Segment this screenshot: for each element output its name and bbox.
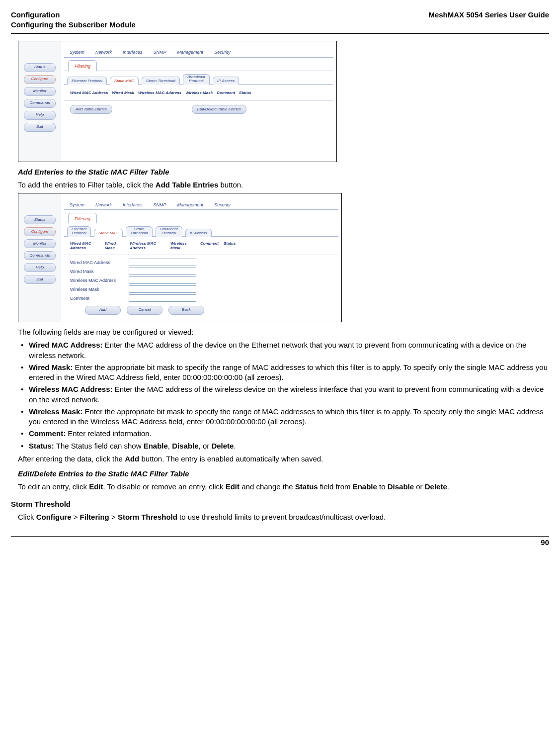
subtab-static-mac[interactable]: Static MAC [94,229,123,237]
col-wireless-mask: Wireless Mask [185,91,213,96]
sidebar-item-monitor[interactable]: Monitor [24,87,56,96]
sidebar-item-status[interactable]: Status [24,63,56,72]
sidebar-item-status[interactable]: Status [24,215,56,224]
screenshot-static-mac-add: Status Configure Monitor Commands Help E… [18,193,342,322]
sidebar-item-configure[interactable]: Configure [24,75,56,84]
top-tabs: System Network Interfaces SNMP Managemen… [64,195,338,210]
para-storm: Click Configure > Filtering > Storm Thre… [18,512,549,522]
para-edit-delete: To edit an entry, click Edit. To disable… [18,482,549,492]
sidebar-item-exit[interactable]: Exit [24,123,56,132]
col-wired-mac: Wired MACAddress [70,242,100,251]
bullet-wireless-mac: Wireless MAC Address: Enter the MAC addr… [18,384,549,405]
para-add-entries: To add the entries to Filter table, clic… [18,180,549,190]
col-status: Status [239,91,251,96]
storm-threshold-head: Storm Threshold [11,499,549,509]
tab-network[interactable]: Network [90,46,117,57]
tab-filtering[interactable]: Filtering [68,60,97,71]
tab-snmp[interactable]: SNMP [148,46,172,57]
sidebar: Status Configure Monitor Commands Help E… [18,193,61,322]
header-title: Configuration [11,10,60,19]
subtab-ethernet-protocol[interactable]: Ethernet Protocol [67,77,107,85]
header-rule [11,33,549,34]
subtab-broadcast-protocol[interactable]: BroadcastProtocol [183,74,210,85]
col-wireless-mac: Wireless MACAddress [130,242,165,251]
tab-filtering[interactable]: Filtering [68,213,97,223]
sub-tabs: Ethernet Protocol Static MAC Storm Thres… [64,71,333,85]
tab-interfaces[interactable]: Interfaces [117,198,148,210]
table-headers: Wired MAC Address Wired Mask Wireless MA… [64,85,333,101]
input-wireless-mask[interactable] [129,285,196,293]
label-wireless-mask: Wireless Mask [70,286,129,292]
header-left: Configuration Configuring the Subscriber… [11,10,136,30]
add-button[interactable]: Add [85,306,121,315]
header-right: MeshMAX 5054 Series User Guide [428,10,549,30]
subtab-storm-threshold[interactable]: Storm Threshold [142,77,180,85]
add-form: Wired MAC Address Wired Mask Wireless MA… [64,255,338,317]
sidebar-item-configure[interactable]: Configure [24,227,56,236]
section-add-entries-head: Add Enteries to the Static MAC Filter Ta… [18,167,549,177]
col-comment: Comment [217,91,235,96]
second-tab-row: Filtering [64,210,338,223]
label-wired-mask: Wired Mask [70,269,129,274]
sidebar-item-help[interactable]: Help [24,263,56,272]
add-table-entries-button[interactable]: Add Table Entries [70,105,112,114]
bullet-status: Status: The Status field can show Enable… [18,441,549,451]
screenshot-static-mac-list: Status Configure Monitor Commands Help E… [18,41,337,162]
subtab-storm-threshold[interactable]: StormThreshold [126,226,153,237]
bullet-wireless-mask: Wireless Mask: Enter the appropriate bit… [18,407,549,427]
tab-security[interactable]: Security [209,198,236,210]
tab-snmp[interactable]: SNMP [148,198,172,210]
page-header: Configuration Configuring the Subscriber… [11,10,549,30]
para-after-add: After entering the data, click the Add b… [18,454,549,464]
page-number: 90 [11,538,549,548]
second-tab-row: Filtering [64,58,333,71]
col-wireless-mac: Wireless MAC Address [138,91,181,96]
footer-rule [11,536,549,537]
header-subtitle: Configuring the Subscriber Module [11,20,136,29]
tab-management[interactable]: Management [172,198,209,210]
sidebar-item-exit[interactable]: Exit [24,275,56,284]
tab-security[interactable]: Security [209,46,236,57]
para-fields-intro: The following fields are may be configur… [18,327,549,337]
tab-management[interactable]: Management [172,46,209,57]
col-wireless-mask: WirelessMask [170,242,195,251]
input-wired-mac[interactable] [129,259,196,266]
sidebar: Status Configure Monitor Commands Help E… [18,41,61,162]
tab-system[interactable]: System [64,46,90,57]
sidebar-item-help[interactable]: Help [24,111,56,120]
col-wired-mask: Wired Mask [112,91,134,96]
tab-system[interactable]: System [64,198,90,210]
tab-interfaces[interactable]: Interfaces [117,46,148,57]
sidebar-item-commands[interactable]: Commands [24,99,56,108]
input-wireless-mac[interactable] [129,276,196,284]
bullet-comment: Comment: Enter related information. [18,429,549,439]
label-comment: Comment [70,295,129,301]
field-bullets: Wired MAC Address: Enter the MAC address… [18,340,549,451]
edit-delete-table-entries-button[interactable]: Edit/Delete Table Entries [192,105,246,114]
subtab-broadcast-protocol[interactable]: BroadcastProtocol [156,226,182,237]
label-wireless-mac: Wireless MAC Address [70,277,129,283]
cancel-button[interactable]: Cancel [127,306,162,315]
subtab-static-mac[interactable]: Static MAC [110,77,139,85]
col-comment: Comment [200,242,219,251]
table-headers: Wired MACAddress WiredMask Wireless MACA… [64,237,338,255]
section-edit-delete-head: Edit/Delete Entries to the Static MAC Fi… [18,469,549,479]
col-wired-mac: Wired MAC Address [70,91,108,96]
label-wired-mac: Wired MAC Address [70,260,129,266]
bullet-wired-mask: Wired Mask: Enter the appropriate bit ma… [18,363,549,383]
tab-network[interactable]: Network [90,198,117,210]
subtab-ip-access[interactable]: IP Access [185,229,212,237]
sidebar-item-commands[interactable]: Commands [24,251,56,260]
sidebar-item-monitor[interactable]: Monitor [24,239,56,248]
subtab-ip-access[interactable]: IP Access [213,77,239,85]
back-button[interactable]: Back [168,306,204,315]
col-status: Status [224,242,236,251]
top-tabs: System Network Interfaces SNMP Managemen… [64,43,333,58]
bullet-wired-mac: Wired MAC Address: Enter the MAC address… [18,340,549,361]
subtab-ethernet-protocol[interactable]: EthernetProtocol [67,226,91,237]
col-wired-mask: WiredMask [105,242,125,251]
sub-tabs: EthernetProtocol Static MAC StormThresho… [64,223,338,237]
input-wired-mask[interactable] [129,268,196,275]
input-comment[interactable] [129,294,196,302]
